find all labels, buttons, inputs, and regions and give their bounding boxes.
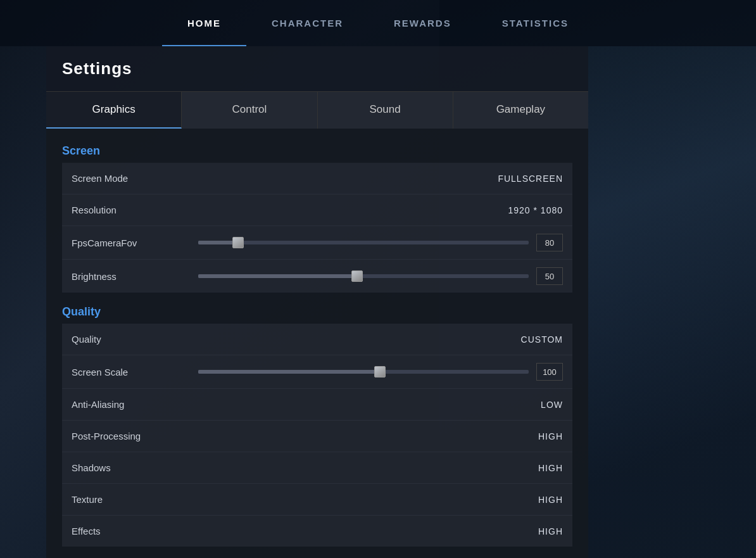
table-row: Texture HIGH — [62, 484, 572, 516]
brightness-slider-container: 50 — [189, 260, 572, 293]
fps-camera-fov-slider-container: 80 — [189, 226, 572, 259]
settings-panel: Settings Graphics Control Sound Gameplay… — [46, 46, 588, 558]
table-row: Screen Mode FULLSCREEN — [62, 163, 572, 194]
effects-label: Effects — [62, 516, 189, 547]
screen-scale-thumb[interactable] — [374, 366, 386, 377]
screen-settings-table: Screen Mode FULLSCREEN Resolution 1920 *… — [62, 163, 572, 293]
brightness-value: 50 — [536, 267, 563, 285]
fps-camera-fov-label: FpsCameraFov — [62, 226, 189, 260]
resolution-label: Resolution — [62, 194, 189, 226]
brightness-track[interactable] — [198, 274, 529, 278]
screen-scale-fill — [198, 370, 380, 374]
nav-item-statistics[interactable]: STATISTICS — [477, 0, 594, 46]
tab-gameplay[interactable]: Gameplay — [453, 92, 588, 129]
settings-tabs: Graphics Control Sound Gameplay — [46, 92, 588, 129]
settings-header: Settings — [46, 46, 588, 92]
section-title-screen: Screen — [62, 144, 572, 158]
top-navigation: HOME CHARACTER REWARDS STATISTICS — [0, 0, 756, 46]
table-row: Anti-Aliasing LOW — [62, 389, 572, 421]
settings-content: Screen Screen Mode FULLSCREEN Resolution… — [46, 129, 588, 558]
nav-item-home[interactable]: HOME — [162, 0, 246, 46]
screen-scale-track[interactable] — [198, 370, 529, 374]
screen-scale-value: 100 — [536, 363, 563, 381]
texture-label: Texture — [62, 484, 189, 516]
brightness-label: Brightness — [62, 260, 189, 293]
table-row: Resolution 1920 * 1080 — [62, 194, 572, 226]
settings-title: Settings — [62, 59, 132, 78]
section-title-quality: Quality — [62, 305, 572, 319]
brightness-thumb[interactable] — [351, 270, 363, 282]
tab-graphics[interactable]: Graphics — [46, 92, 182, 129]
table-row: Effects HIGH — [62, 516, 572, 547]
shadows-value[interactable]: HIGH — [189, 452, 572, 484]
quality-label: Quality — [62, 324, 189, 355]
table-row: FpsCameraFov 80 — [62, 226, 572, 260]
anti-aliasing-value[interactable]: LOW — [189, 389, 572, 421]
screen-mode-value[interactable]: FULLSCREEN — [189, 163, 572, 194]
anti-aliasing-label: Anti-Aliasing — [62, 389, 189, 421]
nav-item-rewards[interactable]: REWARDS — [369, 0, 477, 46]
fps-camera-fov-track[interactable] — [198, 241, 529, 244]
table-row: Quality CUSTOM — [62, 324, 572, 355]
table-row: Post-Processing HIGH — [62, 421, 572, 452]
table-row: Brightness 50 — [62, 260, 572, 293]
shadows-label: Shadows — [62, 452, 189, 484]
fps-camera-fov-value: 80 — [536, 234, 563, 251]
screen-mode-label: Screen Mode — [62, 163, 189, 194]
nav-item-character[interactable]: CHARACTER — [246, 0, 369, 46]
quality-settings-table: Quality CUSTOM Screen Scale 100 — [62, 324, 572, 547]
post-processing-value[interactable]: HIGH — [189, 421, 572, 452]
post-processing-label: Post-Processing — [62, 421, 189, 452]
table-row: Shadows HIGH — [62, 452, 572, 484]
effects-value[interactable]: HIGH — [189, 516, 572, 547]
tab-control[interactable]: Control — [182, 92, 317, 129]
texture-value[interactable]: HIGH — [189, 484, 572, 516]
table-row: Screen Scale 100 — [62, 355, 572, 389]
tab-sound[interactable]: Sound — [318, 92, 453, 129]
brightness-fill — [198, 274, 357, 278]
resolution-value[interactable]: 1920 * 1080 — [189, 194, 572, 226]
quality-value[interactable]: CUSTOM — [189, 324, 572, 355]
fps-camera-fov-thumb[interactable] — [232, 237, 244, 248]
screen-scale-slider-container: 100 — [189, 355, 572, 388]
screen-scale-label: Screen Scale — [62, 355, 189, 389]
